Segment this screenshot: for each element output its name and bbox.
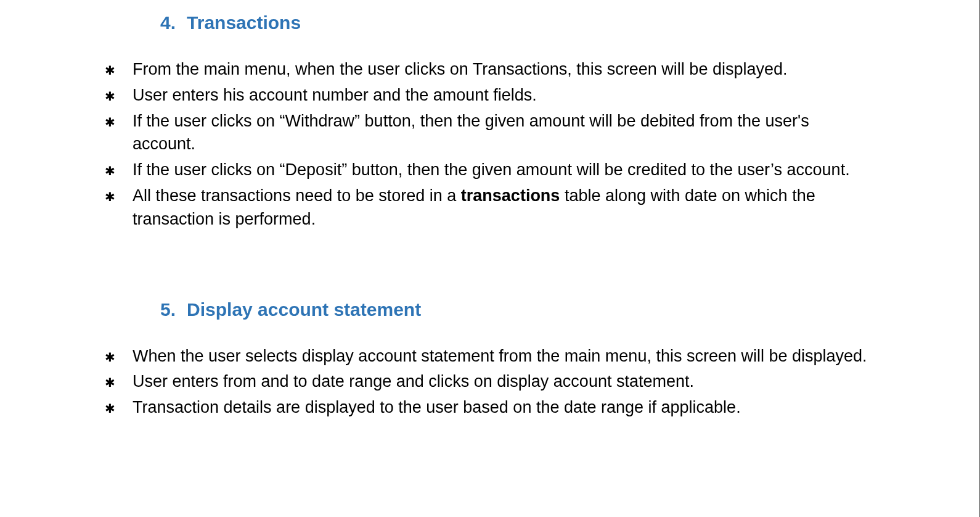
- asterisk-icon: ✱: [105, 114, 115, 131]
- bullet-text: If the user clicks on “Withdraw” button,…: [133, 110, 875, 157]
- list-item: ✱ When the user selects display account …: [105, 345, 875, 368]
- section-number: 4.: [160, 12, 176, 33]
- list-item: ✱ If the user clicks on “Withdraw” butto…: [105, 110, 875, 157]
- bullet-text: Transaction details are displayed to the…: [133, 396, 875, 420]
- section-title: Display account statement: [187, 299, 421, 320]
- asterisk-icon: ✱: [105, 349, 115, 366]
- bullet-text: If the user clicks on “Deposit” button, …: [133, 159, 875, 182]
- asterisk-icon: ✱: [105, 162, 115, 180]
- asterisk-icon: ✱: [105, 374, 115, 391]
- asterisk-icon: ✱: [105, 88, 115, 105]
- asterisk-icon: ✱: [105, 400, 115, 417]
- document-section-display-account-statement: 5.Display account statement ✱ When the u…: [105, 299, 875, 420]
- asterisk-icon: ✱: [105, 188, 115, 205]
- bullet-list-transactions: ✱ From the main menu, when the user clic…: [105, 58, 875, 231]
- list-item: ✱ User enters from and to date range and…: [105, 370, 875, 394]
- document-section-transactions: 4.Transactions ✱ From the main menu, whe…: [105, 12, 875, 231]
- list-item: ✱ From the main menu, when the user clic…: [105, 58, 875, 81]
- section-number: 5.: [160, 299, 176, 320]
- bullet-text: User enters from and to date range and c…: [133, 370, 875, 394]
- section-title: Transactions: [187, 12, 301, 33]
- list-item: ✱ User enters his account number and the…: [105, 84, 875, 107]
- bullet-text: All these transactions need to be stored…: [133, 184, 875, 231]
- list-item: ✱ If the user clicks on “Deposit” button…: [105, 159, 875, 182]
- bullet-text: When the user selects display account st…: [133, 345, 875, 368]
- bullet-text: From the main menu, when the user clicks…: [133, 58, 875, 81]
- list-item: ✱ All these transactions need to be stor…: [105, 184, 875, 231]
- list-item: ✱ Transaction details are displayed to t…: [105, 396, 875, 420]
- bullet-text: User enters his account number and the a…: [133, 84, 875, 107]
- section-heading-display-account-statement: 5.Display account statement: [160, 299, 875, 320]
- bullet-list-display-account-statement: ✱ When the user selects display account …: [105, 345, 875, 420]
- section-heading-transactions: 4.Transactions: [160, 12, 875, 33]
- asterisk-icon: ✱: [105, 62, 115, 79]
